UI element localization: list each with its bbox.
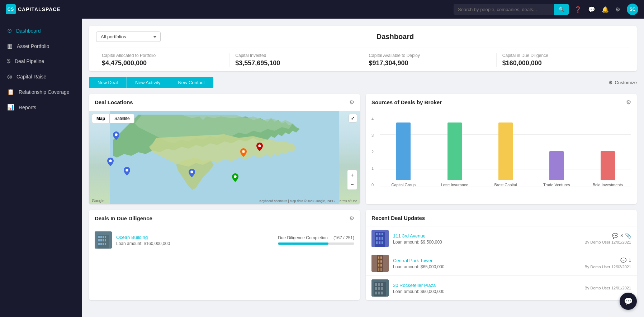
chat-icon[interactable]: 💬 <box>588 6 595 13</box>
sidebar-item-dashboard[interactable]: ⊙ Dashboard <box>0 23 82 38</box>
bar-trade-rect <box>549 151 564 180</box>
deal-locations-settings-icon[interactable]: ⚙ <box>349 99 354 106</box>
broker-chart-settings-icon[interactable]: ⚙ <box>626 99 631 106</box>
map-background: Map Satellite ⤢ + − Google Keyboard shor… <box>89 111 360 204</box>
new-contact-button[interactable]: New Contact <box>169 77 213 88</box>
due-diligence-settings-icon[interactable]: ⚙ <box>349 215 354 222</box>
progress-fill <box>278 242 328 245</box>
svg-rect-18 <box>98 243 100 245</box>
map-attribution: Keyboard shortcuts | Map data ©2023 Goog… <box>259 199 357 203</box>
comment-icon-0: 💬 <box>612 233 618 239</box>
svg-rect-50 <box>381 287 383 290</box>
recent-updates-panel: Recent Deal Updates <box>366 210 637 300</box>
map-zoom-out[interactable]: − <box>347 180 357 190</box>
recent-deal-item-2: 30 Rockefeller Plaza Loan amount: $60,00… <box>366 276 637 300</box>
svg-rect-42 <box>380 268 382 271</box>
map-pin-1[interactable] <box>113 131 119 140</box>
map-zoom-in[interactable]: + <box>347 170 357 180</box>
svg-rect-27 <box>376 237 378 240</box>
sidebar-item-capital-raise[interactable]: ◎ Capital Raise <box>0 69 82 84</box>
map-expand-button[interactable]: ⤢ <box>349 114 357 123</box>
recent-deal-item-1: Central Park Tower Loan amount: $65,000,… <box>366 251 637 276</box>
dashboard-header: All portfolios Portfolio A Portfolio B D… <box>89 26 637 71</box>
map-pin-3[interactable] <box>124 167 130 176</box>
metric-capital-available: Capital Available to Deploy $917,304,900 <box>363 53 497 67</box>
deal-locations-title: Deal Locations <box>95 99 133 105</box>
svg-rect-39 <box>378 264 379 266</box>
relationship-coverage-icon: 📋 <box>7 88 14 95</box>
svg-rect-32 <box>382 241 383 244</box>
search-bar: 🔍 <box>454 4 569 15</box>
settings-icon[interactable]: ⚙ <box>615 6 620 13</box>
avatar[interactable]: SC <box>627 4 638 15</box>
svg-rect-25 <box>379 233 380 235</box>
new-activity-button[interactable]: New Activity <box>126 77 169 88</box>
map-tab-map[interactable]: Map <box>92 114 110 123</box>
bar-capital-group: Capital Group <box>380 123 427 187</box>
svg-point-4 <box>191 170 194 173</box>
notification-icon[interactable]: 🔔 <box>602 6 609 13</box>
nav-icons: ❓ 💬 🔔 ⚙ SC <box>574 4 638 15</box>
map-pin-5[interactable] <box>240 148 247 157</box>
y-label-1: 1 <box>371 166 379 170</box>
rockefeller-loan: Loan amount: $60,000,000 <box>393 289 580 294</box>
recent-deal-item-0: 111 3rd Avenue Loan amount: $9,500,000 💬… <box>366 226 637 251</box>
map-pin-2[interactable] <box>107 158 114 166</box>
progress-fraction: (167 / 251) <box>333 235 354 240</box>
111-third-ave-loan: Loan amount: $9,500,000 <box>393 240 580 245</box>
top-panels: Deal Locations ⚙ <box>89 94 637 204</box>
portfolio-select[interactable]: All portfolios Portfolio A Portfolio B <box>96 32 161 42</box>
map-tab-satellite[interactable]: Satellite <box>110 114 134 123</box>
map-container[interactable]: Map Satellite ⤢ + − Google Keyboard shor… <box>89 111 360 204</box>
central-park-tower-link[interactable]: Central Park Tower <box>393 258 432 263</box>
sidebar: ⊙ Dashboard ▦ Asset Portfolio $ Deal Pip… <box>0 19 82 317</box>
broker-chart-header: Sources of Deals by Broker ⚙ <box>366 94 637 111</box>
ocean-building-thumb <box>95 231 112 249</box>
map-pin-7[interactable] <box>232 173 238 182</box>
sidebar-item-asset-portfolio[interactable]: ▦ Asset Portfolio <box>0 38 82 54</box>
bar-brest-rect <box>498 123 513 180</box>
ocean-building-link[interactable]: Ocean Building <box>116 235 148 240</box>
central-park-tower-loan: Loan amount: $65,000,000 <box>393 264 580 269</box>
sidebar-item-relationship-coverage[interactable]: 📋 Relationship Coverage <box>0 84 82 100</box>
svg-rect-17 <box>105 239 106 241</box>
bar-lotte-insurance: Lotte Insurance <box>431 123 478 187</box>
111-third-ave-link[interactable]: 111 3rd Avenue <box>393 233 426 239</box>
comment-count-1: 1 <box>629 258 631 263</box>
search-input[interactable] <box>454 4 554 15</box>
svg-rect-29 <box>382 237 383 240</box>
map-pin-4[interactable] <box>189 169 195 177</box>
svg-rect-35 <box>378 256 379 259</box>
deal-locations-header: Deal Locations ⚙ <box>89 94 360 111</box>
svg-point-3 <box>126 169 128 172</box>
customize-button[interactable]: ⚙ Customize <box>609 80 637 85</box>
new-deal-button[interactable]: New Deal <box>89 77 126 88</box>
deal-pipeline-icon: $ <box>7 58 10 64</box>
search-button[interactable]: 🔍 <box>554 4 569 15</box>
svg-rect-20 <box>103 243 104 245</box>
svg-rect-13 <box>105 236 106 238</box>
y-label-4: 4 <box>371 117 379 121</box>
broker-chart-title: Sources of Deals by Broker <box>371 99 442 105</box>
ocean-building-loan: Loan amount: $160,000,000 <box>116 241 274 246</box>
map-svg <box>89 111 360 204</box>
chat-bubble[interactable]: 💬 <box>620 293 637 310</box>
sidebar-item-deal-pipeline[interactable]: $ Deal Pipeline <box>0 54 82 69</box>
app-logo[interactable]: CS CAPITALSPACE <box>6 4 61 14</box>
111-third-ave-thumb <box>371 230 389 247</box>
svg-rect-24 <box>376 233 378 235</box>
help-icon[interactable]: ❓ <box>574 6 582 13</box>
rockefeller-link[interactable]: 30 Rockefeller Plaza <box>393 283 436 288</box>
svg-rect-48 <box>375 287 377 290</box>
due-diligence-panel: Deals In Due Diligence ⚙ <box>89 210 360 300</box>
svg-rect-36 <box>380 256 382 259</box>
111-third-ave-info: 111 3rd Avenue Loan amount: $9,500,000 <box>393 232 580 245</box>
y-label-3: 3 <box>371 133 379 138</box>
sidebar-item-reports[interactable]: 📊 Reports <box>0 100 82 115</box>
user-meta-1: By Demo User 12/02/2021 <box>584 265 631 269</box>
svg-rect-26 <box>382 233 383 235</box>
svg-rect-51 <box>375 292 377 294</box>
map-pin-6[interactable] <box>256 143 263 151</box>
svg-rect-31 <box>379 241 380 244</box>
due-diligence-item: Ocean Building Loan amount: $160,000,000… <box>89 227 360 253</box>
